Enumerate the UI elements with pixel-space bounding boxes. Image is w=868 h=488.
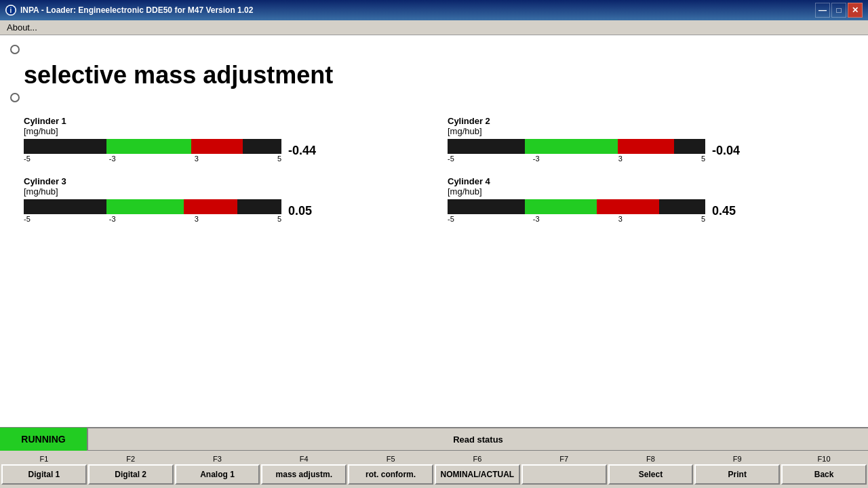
cylinder-panel-2: Cylinder 2 [mg/hub] -5 -3	[448, 116, 844, 163]
fkey-label-f10: F10	[818, 455, 831, 463]
cylinder-panel-3: Cylinder 3 [mg/hub] -5 -3	[24, 176, 420, 223]
cylinder-panel-1: Cylinder 1 [mg/hub] -5 -3	[24, 116, 420, 163]
fkey-btn-f2[interactable]: Digital 2	[88, 464, 174, 485]
fkey-btn-f7[interactable]	[521, 464, 607, 485]
fkey-bar: F1Digital 1F2Digital 2F3Analog 1F4mass a…	[0, 450, 868, 488]
cylinder-4-scale: -5 -3 3 5	[448, 215, 705, 223]
cylinder-2-scale: -5 -3 3 5	[448, 155, 705, 163]
cylinder-2-bar-container: -5 -3 3 5 -0.04	[448, 139, 844, 163]
fkey-label-f9: F9	[733, 455, 742, 463]
cylinder-2-unit: [mg/hub]	[448, 126, 844, 136]
cylinder-3-title: Cylinder 3	[24, 176, 420, 186]
cylinder-3-value: 0.05	[288, 204, 329, 218]
fkey-label-f3: F3	[213, 455, 222, 463]
fkey-label-f8: F8	[646, 455, 655, 463]
cylinder-1-title: Cylinder 1	[24, 116, 420, 126]
fkey-btn-f4[interactable]: mass adjustm.	[261, 464, 347, 485]
cylinders-container: Cylinder 1 [mg/hub] -5 -3	[10, 116, 858, 223]
minimize-button[interactable]: —	[815, 3, 830, 18]
fkey-group-f6: F6NOMINAL/ACTUAL	[435, 455, 520, 485]
cylinder-3-unit: [mg/hub]	[24, 186, 420, 197]
fkey-group-f10: F10Back	[781, 455, 867, 485]
fkey-label-f1: F1	[39, 455, 48, 463]
cylinder-1-value: -0.44	[288, 144, 329, 158]
cylinder-1-scale: -5 -3 3 5	[24, 155, 281, 163]
radio-indicator-2	[10, 93, 20, 102]
cylinder-1-unit: [mg/hub]	[24, 126, 420, 136]
close-button[interactable]: ✕	[848, 3, 863, 18]
main-content: selective mass adjustment Cylinder 1 [mg…	[0, 35, 868, 427]
cylinder-2-title: Cylinder 2	[448, 116, 844, 126]
cylinder-4-value: 0.45	[712, 204, 753, 218]
cylinder-3-bar	[24, 199, 281, 214]
menu-about[interactable]: About...	[3, 21, 41, 34]
fkey-group-f1: F1Digital 1	[1, 455, 87, 485]
fkey-group-f5: F5rot. conform.	[348, 455, 433, 485]
fkey-label-f6: F6	[473, 455, 481, 463]
app-logo: i	[5, 5, 16, 16]
fkey-group-f9: F9Print	[694, 455, 780, 485]
status-bar: RUNNING Read status	[0, 427, 868, 450]
maximize-button[interactable]: □	[831, 3, 846, 18]
cylinder-3-scale: -5 -3 3 5	[24, 215, 281, 223]
fkey-btn-f10[interactable]: Back	[781, 464, 867, 485]
fkey-label-f5: F5	[387, 455, 395, 463]
fkey-btn-f5[interactable]: rot. conform.	[348, 464, 433, 485]
cylinder-2-bar	[448, 139, 705, 154]
fkey-btn-f1[interactable]: Digital 1	[1, 464, 87, 485]
running-badge: RUNNING	[0, 428, 88, 451]
fkey-group-f4: F4mass adjustm.	[261, 455, 347, 485]
cylinder-3-bar-container: -5 -3 3 5 0.05	[24, 199, 420, 223]
cylinder-1-bar	[24, 139, 281, 154]
fkey-btn-f8[interactable]: Select	[608, 464, 694, 485]
fkey-label-f2: F2	[126, 455, 135, 463]
cylinder-panel-4: Cylinder 4 [mg/hub] -5 -3	[448, 176, 844, 223]
fkey-label-f4: F4	[300, 455, 309, 463]
title-bar-buttons: — □ ✕	[815, 3, 863, 18]
window-title: INPA - Loader: Engineelectronic DDE50 fo…	[20, 5, 253, 15]
fkey-group-f8: F8Select	[608, 455, 694, 485]
cylinder-2-value: -0.04	[712, 144, 753, 158]
title-bar-left: i INPA - Loader: Engineelectronic DDE50 …	[5, 5, 253, 16]
fkey-group-f2: F2Digital 2	[88, 455, 174, 485]
page-title: selective mass adjustment	[24, 61, 858, 89]
fkey-btn-f3[interactable]: Analog 1	[175, 464, 260, 485]
fkey-label-f7: F7	[559, 455, 568, 463]
title-bar: i INPA - Loader: Engineelectronic DDE50 …	[0, 0, 868, 20]
radio-indicator-1	[10, 45, 20, 54]
menu-bar: About...	[0, 20, 868, 35]
cylinder-4-unit: [mg/hub]	[448, 186, 844, 197]
cylinder-4-title: Cylinder 4	[448, 176, 844, 186]
fkey-group-f7: F7	[521, 455, 607, 485]
svg-text:i: i	[10, 7, 12, 14]
fkey-btn-f9[interactable]: Print	[694, 464, 780, 485]
read-status-label: Read status	[88, 434, 868, 445]
fkey-btn-f6[interactable]: NOMINAL/ACTUAL	[435, 464, 520, 485]
cylinder-4-bar	[448, 199, 705, 214]
fkey-group-f3: F3Analog 1	[175, 455, 260, 485]
cylinder-1-bar-container: -5 -3 3 5 -0.44	[24, 139, 420, 163]
cylinder-4-bar-container: -5 -3 3 5 0.45	[448, 199, 844, 223]
